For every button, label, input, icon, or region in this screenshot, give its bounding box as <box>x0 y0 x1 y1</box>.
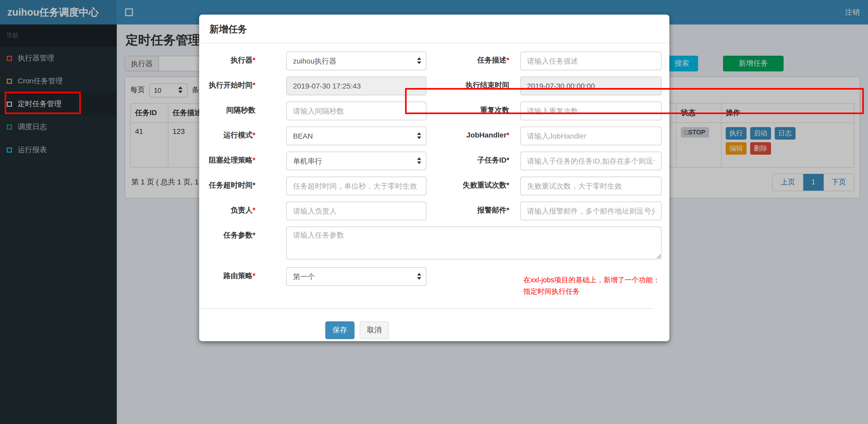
form-row-interval-repeat: 间隔秒数 重复次数 <box>199 102 661 120</box>
select-arrows-icon <box>417 132 421 139</box>
form-row-mode-handler: 运行模式* BEAN JobHandler* <box>199 127 661 145</box>
jobhandler-input[interactable] <box>520 127 661 145</box>
start-time-input[interactable] <box>286 76 427 95</box>
form-row-block-child: 阻塞处理策略* 单机串行 子任务ID* <box>199 152 661 170</box>
form-row-timeout-retry: 任务超时时间* 失败重试次数* <box>199 176 661 195</box>
route-strategy-label: 路由策略* <box>199 267 286 298</box>
end-time-label: 执行结束时间 <box>427 76 520 95</box>
cancel-button[interactable]: 取消 <box>360 321 389 339</box>
required-star: * <box>506 56 509 64</box>
feature-note-line1: 在xxl-jobs项目的基础上，新增了一个功能： <box>523 274 661 286</box>
run-mode-label: 运行模式* <box>199 127 286 145</box>
form-row-params: 任务参数* <box>199 227 661 261</box>
run-mode-select[interactable]: BEAN <box>286 127 427 145</box>
form-row-route: 路由策略* 第一个 在xxl-jobs项目的基础上，新增了一个功能： 指定时间执… <box>199 267 661 298</box>
repeat-label: 重复次数 <box>427 102 520 120</box>
block-strategy-select[interactable]: 单机串行 <box>286 152 427 170</box>
add-task-modal: 新增任务 执行器* zuihou执行器 任务描述* 执行开始时间* 执行结束时间… <box>199 14 670 341</box>
executor-select-value: zuihou执行器 <box>293 57 337 65</box>
route-strategy-select[interactable]: 第一个 <box>286 267 427 286</box>
save-button[interactable]: 保存 <box>325 321 354 339</box>
required-star: * <box>253 81 255 89</box>
modal-body: 执行器* zuihou执行器 任务描述* 执行开始时间* 执行结束时间 间隔秒数… <box>199 43 670 339</box>
task-params-textarea[interactable] <box>286 227 661 259</box>
owner-input[interactable] <box>286 202 427 220</box>
required-star: * <box>253 206 255 214</box>
modal-header: 新增任务 <box>199 14 670 43</box>
timeout-input[interactable] <box>286 176 427 195</box>
timeout-label: 任务超时时间* <box>199 176 286 195</box>
select-arrows-icon <box>417 273 421 280</box>
form-row-executor-desc: 执行器* zuihou执行器 任务描述* <box>199 52 661 70</box>
jobhandler-label: JobHandler* <box>427 127 520 145</box>
required-star: * <box>253 271 255 280</box>
form-row-owner-email: 负责人* 报警邮件* <box>199 202 661 220</box>
retry-input[interactable] <box>520 176 661 195</box>
owner-label: 负责人* <box>199 202 286 220</box>
block-strategy-select-value: 单机串行 <box>293 157 322 165</box>
repeat-input[interactable] <box>520 102 661 120</box>
block-strategy-label: 阻塞处理策略* <box>199 152 286 170</box>
select-arrows-icon <box>417 157 421 164</box>
form-row-exec-time: 执行开始时间* 执行结束时间 <box>199 76 661 95</box>
feature-note-text: 在xxl-jobs项目的基础上，新增了一个功能： 指定时间执行任务 <box>520 267 661 298</box>
app-root: zuihou任务调度中心 注销 导航 执行器管理 Cron任务管理 定时任务管理… <box>0 0 868 424</box>
executor-label: 执行器* <box>199 52 286 70</box>
retry-label: 失败重试次数* <box>427 176 520 195</box>
desc-input[interactable] <box>520 52 661 70</box>
desc-label: 任务描述* <box>427 52 520 70</box>
child-task-label: 子任务ID* <box>427 152 520 170</box>
task-params-label: 任务参数* <box>199 227 286 261</box>
alarm-email-input[interactable] <box>520 202 661 220</box>
route-strategy-select-value: 第一个 <box>293 272 315 281</box>
required-star: * <box>506 131 509 139</box>
modal-footer: 保存 取消 <box>199 308 661 339</box>
interval-label: 间隔秒数 <box>199 102 286 120</box>
run-mode-select-value: BEAN <box>293 132 313 140</box>
required-star: * <box>253 156 255 164</box>
required-star: * <box>253 131 255 139</box>
alarm-email-label: 报警邮件* <box>427 202 520 220</box>
executor-select[interactable]: zuihou执行器 <box>286 52 427 70</box>
child-task-input[interactable] <box>520 152 661 170</box>
end-time-input[interactable] <box>520 76 661 95</box>
required-star: * <box>253 56 255 64</box>
modal-title: 新增任务 <box>210 24 247 34</box>
interval-input[interactable] <box>286 102 427 120</box>
select-arrows-icon <box>417 57 421 64</box>
start-time-label: 执行开始时间* <box>199 76 286 95</box>
feature-note-line2: 指定时间执行任务 <box>523 286 661 298</box>
